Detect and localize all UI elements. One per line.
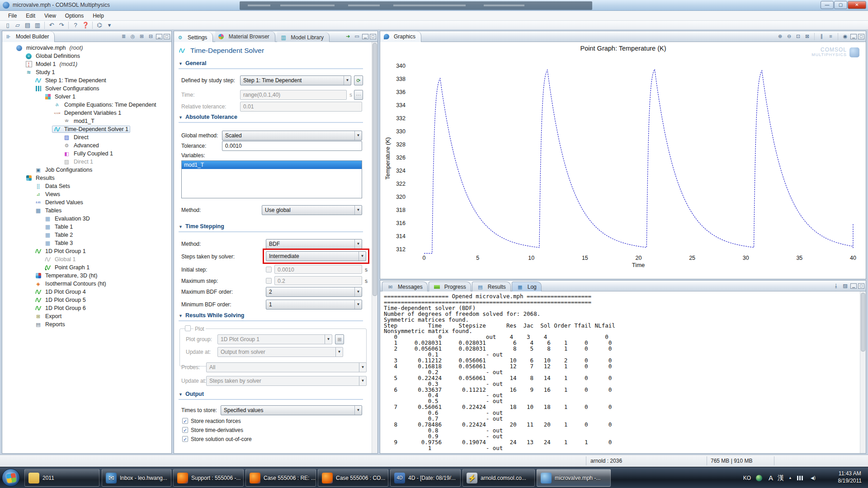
probes-select[interactable]: All▼ — [206, 362, 367, 372]
plot-group-select[interactable]: 1D Plot Group 1▼ — [217, 334, 332, 344]
tree-item[interactable]: ∂ₜCompile Equations: Time Dependent — [2, 101, 171, 109]
minimize-icon[interactable]: ▁ — [850, 34, 857, 39]
store-solution-out-of-core-checkbox[interactable]: ✓ — [182, 436, 188, 442]
tab-graphics[interactable]: Graphics — [380, 31, 421, 42]
menu-edit[interactable]: Edit — [21, 12, 40, 20]
add-node-icon[interactable]: ⊞ — [138, 33, 146, 40]
tree-item[interactable]: Global 1 — [2, 255, 171, 263]
section-output[interactable]: ▼Output — [179, 391, 363, 400]
tab-material-browser[interactable]: Material Browser — [215, 31, 275, 42]
minimize-icon[interactable]: ▁ — [850, 283, 857, 289]
global-method-select[interactable]: Scaled▼ — [222, 131, 362, 141]
rel-tol-field[interactable]: 0.01 — [240, 102, 362, 112]
graphics-canvas[interactable]: Point Graph: Temperature (K) COMSOL MULT… — [380, 42, 866, 279]
clock[interactable]: 11:43 AM 8/19/2011 — [838, 470, 862, 484]
tree-item[interactable]: 1D Plot Group 4 — [2, 288, 171, 296]
show-options-icon[interactable]: ◎ — [129, 33, 137, 40]
times-to-store-select[interactable]: Specified values▼ — [221, 405, 362, 415]
variables-selected-item[interactable]: mod1_T — [182, 161, 362, 169]
menu-options[interactable]: Options — [61, 12, 88, 20]
network-icon[interactable] — [797, 475, 803, 481]
close-button[interactable]: ✕ — [848, 1, 866, 9]
import-icon[interactable]: ➜ — [344, 33, 352, 40]
store-reaction-forces-checkbox[interactable]: ✓ — [182, 418, 188, 424]
maximize-icon[interactable]: ▢ — [858, 283, 864, 289]
minimize-icon[interactable]: ▁ — [156, 34, 162, 39]
maximize-button[interactable]: ▢ — [834, 1, 847, 9]
tree-item[interactable]: ¦Model 1(mod1) — [2, 60, 171, 68]
tree-item[interactable]: Step 1: Time Dependent — [2, 76, 171, 84]
steps-taken-by-solver-select[interactable]: Intermediate▼ — [266, 251, 366, 261]
taskbar-button[interactable]: microvalve.mph -... — [537, 469, 611, 487]
defined-by-study-step-select[interactable]: Step 1: Time Dependent▼ — [240, 75, 351, 85]
tree-item[interactable]: microvalve.mph(root) — [2, 44, 171, 52]
section-absolute-tolerance[interactable]: ▼Absolute Tolerance — [179, 114, 363, 123]
tree-item[interactable]: Solver Configurations — [2, 84, 171, 93]
print-icon[interactable]: ▥ — [33, 21, 42, 29]
tab-messages[interactable]: ✉Messages — [382, 282, 428, 291]
tray-expand-icon[interactable]: ▲ — [788, 476, 792, 480]
minimize-icon[interactable]: ▁ — [362, 34, 368, 39]
max-step-field[interactable]: 0.2 — [274, 276, 362, 285]
initial-step-checkbox[interactable]: ✓ — [266, 267, 272, 272]
section-results-while-solving[interactable]: ▼Results While Solving — [179, 312, 363, 321]
log-scrollbar[interactable] — [860, 291, 866, 453]
tree-item[interactable]: ◈Isothermal Contours (ht) — [2, 280, 171, 288]
clear-log-icon[interactable]: ▨ — [841, 282, 849, 290]
tree-item[interactable]: 1D Plot Group 5 — [2, 296, 171, 304]
taskbar-button[interactable]: ✉Inbox - leo.hwang... — [102, 469, 171, 487]
group-node-icon[interactable]: ⊟ — [147, 33, 155, 40]
tab-settings[interactable]: ⚙ Settings — [174, 32, 213, 43]
tree-item[interactable]: 8.85Derived Values — [2, 198, 171, 206]
tree-item[interactable]: Point Graph 1 — [2, 263, 171, 272]
menu-help[interactable]: Help — [88, 12, 108, 20]
menu-view[interactable]: View — [40, 12, 61, 20]
documentation-icon[interactable]: ❓ — [80, 21, 90, 29]
clear-plot-icon[interactable]: ⌬ — [94, 21, 104, 29]
max-bdf-select[interactable]: 2▼ — [266, 287, 362, 297]
undo-icon[interactable]: ↶ — [47, 21, 57, 29]
section-general[interactable]: ▼General — [179, 60, 363, 69]
axis-icon[interactable]: ∥ — [818, 33, 826, 40]
redo-icon[interactable]: ↷ — [57, 21, 66, 29]
taskbar-button[interactable]: Case 555006 : RE: ... — [245, 469, 316, 487]
initial-step-field[interactable]: 0.0010 — [274, 265, 362, 274]
tree-item[interactable]: ▤Reports — [2, 320, 171, 328]
tab-log[interactable]: ▦Log — [512, 282, 542, 291]
save-log-icon[interactable]: ⭳ — [832, 282, 840, 290]
tray-ime-a[interactable]: A — [769, 474, 773, 482]
menu-file[interactable]: File — [4, 12, 21, 20]
start-button[interactable] — [2, 469, 20, 487]
tolerance-field[interactable]: 0.0010 — [222, 141, 362, 151]
tree-item[interactable]: W̄mod1_T — [2, 117, 171, 125]
tree-item[interactable]: ▦Tables — [2, 206, 171, 215]
abs-method-select[interactable]: Use global▼ — [262, 205, 362, 215]
plot-group-add-button[interactable]: ⊞ — [335, 334, 344, 344]
globe-icon[interactable] — [755, 475, 762, 481]
minimize-button[interactable]: — — [821, 1, 834, 9]
model-builder-tab[interactable]: ⊪ Model Builder — [2, 31, 55, 42]
taskbar-button[interactable]: Support : 555006 -... — [173, 469, 244, 487]
tree-item[interactable]: u,v,wDependent Variables 1 — [2, 109, 171, 117]
maximize-icon[interactable]: ▢ — [858, 34, 864, 39]
min-bdf-select[interactable]: 1▼ — [266, 300, 362, 310]
range-button[interactable]: ⋯ — [354, 90, 363, 100]
save-file-icon[interactable]: ▤ — [23, 21, 33, 29]
speaker-icon[interactable]: ◀) — [810, 475, 816, 481]
tree-item[interactable]: 1D Plot Group 1 — [2, 247, 171, 255]
zoom-extents-icon[interactable]: ⊠ — [803, 33, 811, 40]
max-step-checkbox[interactable]: ✓ — [266, 278, 272, 284]
zoom-in-icon[interactable]: ⊕ — [776, 33, 784, 40]
zoom-out-icon[interactable]: ⊖ — [785, 33, 793, 40]
maximize-icon[interactable]: ▢ — [370, 34, 376, 39]
tree-item[interactable]: ▨Direct 1 — [2, 158, 171, 166]
ts-method-select[interactable]: BDF▼ — [266, 239, 362, 249]
tree-item[interactable]: Time-Dependent Solver 1 — [2, 125, 171, 133]
maximize-icon[interactable]: ▢ — [164, 34, 170, 39]
tray-language[interactable]: KO — [743, 475, 751, 481]
taskbar-button[interactable]: 2011 — [24, 469, 99, 487]
dropdown-caret-icon[interactable]: ▾ — [104, 21, 114, 29]
tree-item[interactable]: Temperature, 3D (ht) — [2, 272, 171, 280]
taskbar-button[interactable]: Case 555006 : CO... — [318, 469, 388, 487]
section-time-stepping[interactable]: ▼Time Stepping — [179, 223, 363, 232]
